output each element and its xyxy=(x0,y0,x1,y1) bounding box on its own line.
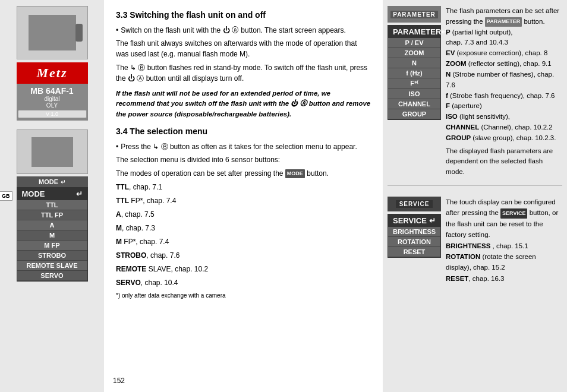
param-panel: PARAMETER PARAMETER ↵ P / EVZOOMNf (Hz)F… xyxy=(388,6,441,178)
param-text-item: N (Strobe number of flashes), chap. 7.6 xyxy=(446,69,562,91)
mode-list-item[interactable]: REMOTE SLAVE xyxy=(17,261,87,271)
mode-list-item[interactable]: M xyxy=(17,230,87,241)
param-text-item: GROUP (slave group), chap. 10.2.3. xyxy=(446,133,562,144)
mode-text-item: SERVO, chap. 10.4 xyxy=(116,277,371,288)
service-menu: SERVICE ↵ BRIGHTNESSROTATIONRESET xyxy=(388,214,441,258)
mode-arrow-icon: ↵ xyxy=(61,179,65,185)
section1-title: 3.3 Switching the flash unit on and off xyxy=(116,9,371,21)
left-panel: Metz MB 64AF-1 digital OLY V 1.0 GB MODE… xyxy=(0,0,104,392)
param-text-item: f (Strobe flash frequency), chap. 7.6 xyxy=(446,91,562,102)
italic-block: If the flash unit will not be used for a… xyxy=(116,88,371,119)
param-badge: PARAMETER xyxy=(485,17,522,27)
mode-button[interactable]: MODE ↵ xyxy=(17,176,88,187)
page-wrapper: Metz MB 64AF-1 digital OLY V 1.0 GB MODE… xyxy=(0,0,567,392)
service-text-item: ROTATION (rotate the screen display), ch… xyxy=(446,251,562,273)
mode-text-item: TTL, chap. 7.1 xyxy=(116,182,371,192)
mode-list-item[interactable]: STROBO xyxy=(17,251,87,261)
service-button-image[interactable]: SERVICE xyxy=(388,197,441,211)
service-intro: The touch display can be configured afte… xyxy=(446,197,562,241)
param-text-item: ISO (light sensitivity), xyxy=(446,112,562,122)
service-text-item: RESET, chap. 16.3 xyxy=(446,273,562,284)
mode-button-label: MODE xyxy=(39,178,58,185)
para2: The ↳ Ⓑ button flashes red in stand-by m… xyxy=(116,62,371,84)
param-footer: The displayed flash parameters are depen… xyxy=(446,146,562,178)
section1-body: • Switch on the flash unit with the ⏻ Ⓐ … xyxy=(116,25,371,84)
service-arrow-icon: ↵ xyxy=(429,216,436,225)
device-model: MB 64AF-1 xyxy=(18,86,87,96)
mode-list-item[interactable]: A xyxy=(17,220,87,230)
service-button-label: SERVICE xyxy=(396,200,433,208)
mode-text-item: REMOTE SLAVE, chap. 10.2 xyxy=(116,264,371,274)
page-number: 152 xyxy=(113,375,125,386)
param-list-item[interactable]: Fˢ⁽ xyxy=(388,78,440,89)
service-list-item[interactable]: ROTATION xyxy=(388,237,440,247)
mode-items-text: TTL, chap. 7.1TTL FP*, chap. 7.4A, chap.… xyxy=(116,182,371,288)
mode-text-item: M, chap. 7.3 xyxy=(116,223,371,233)
param-list-item[interactable]: P / EV xyxy=(388,38,440,48)
center-content: 3.3 Switching the flash unit on and off … xyxy=(104,0,383,392)
mode-panel-header: MODE ↵ xyxy=(17,188,87,200)
param-text-area: The flash parameters can be set after pr… xyxy=(446,6,562,178)
mode-text-item: STROBO, chap. 7.6 xyxy=(116,250,371,261)
mode-badge: MODE xyxy=(285,169,305,179)
param-list-item[interactable]: ISO xyxy=(388,89,440,99)
para4-text: The modes of operation can be set after … xyxy=(116,169,284,178)
metz-logo: Metz xyxy=(21,65,83,81)
service-list-item[interactable]: RESET xyxy=(388,247,440,257)
mode-items-list: TTLTTL FPAMM FPSTROBOREMOTE SLAVESERVO xyxy=(17,200,87,281)
param-text-item: EV (exposure correction), chap. 8 xyxy=(446,48,562,59)
mode-list-item[interactable]: SERVO xyxy=(17,271,87,281)
mode-list-item[interactable]: TTL xyxy=(17,200,87,210)
device-knob xyxy=(75,24,83,42)
device-type: digital xyxy=(18,96,87,102)
mode-text-item: TTL FP*, chap. 7.4 xyxy=(116,195,371,206)
service-items-text-list: BRIGHTNESS , chap. 15.1ROTATION (rotate … xyxy=(446,241,562,284)
bullet2-dot: • xyxy=(116,141,118,152)
device-screen-top xyxy=(29,15,76,50)
bullet2: • Press the ↳ Ⓑ button as often as it ta… xyxy=(116,141,371,152)
para1: The flash unit always switches on afterw… xyxy=(116,38,371,59)
device-oly: OLY xyxy=(18,102,87,109)
param-list-item[interactable]: f (Hz) xyxy=(388,68,440,78)
param-text-item: ZOOM (reflector setting), chap. 9.1 xyxy=(446,59,562,69)
service-list-item[interactable]: BRIGHTNESS xyxy=(388,227,440,237)
device-image-bottom xyxy=(17,129,88,174)
param-panel-title: PARAMETER xyxy=(393,27,441,36)
mode-text-item: M FP*, chap. 7.4 xyxy=(116,236,371,247)
gb-badge: GB xyxy=(0,191,12,201)
bullet1-text: Switch on the flash unit with the ⏻ Ⓐ bu… xyxy=(121,25,346,36)
section2: 3.4 The selection menu • Press the ↳ Ⓑ b… xyxy=(116,125,371,300)
service-text-item: BRIGHTNESS , chap. 15.1 xyxy=(446,241,562,251)
section2-body: • Press the ↳ Ⓑ button as often as it ta… xyxy=(116,141,371,300)
bullet1: • Switch on the flash unit with the ⏻ Ⓐ … xyxy=(116,25,371,36)
param-menu: PARAMETER ↵ P / EVZOOMNf (Hz)Fˢ⁽ISOCHANN… xyxy=(388,25,441,120)
section2-title: 3.4 The selection menu xyxy=(116,125,371,138)
device-screen-bottom xyxy=(32,137,73,167)
device-image-top xyxy=(17,6,88,59)
service-text-area: The touch display can be configured afte… xyxy=(446,197,562,284)
param-text-item: CHANNEL (Channel), chap. 10.2.2 xyxy=(446,122,562,133)
service-panel-header: SERVICE ↵ xyxy=(388,214,440,227)
param-list-item[interactable]: N xyxy=(388,58,440,68)
service-badge: SERVICE xyxy=(500,208,527,218)
service-items-list: BRIGHTNESSROTATIONRESET xyxy=(388,227,440,257)
param-items-list: P / EVZOOMNf (Hz)Fˢ⁽ISOCHANNELGROUP xyxy=(388,38,440,119)
service-section: SERVICE SERVICE ↵ BRIGHTNESSROTATIONRESE… xyxy=(388,197,562,284)
mode-panel: MODE ↵ TTLTTL FPAMM FPSTROBOREMOTE SLAVE… xyxy=(17,187,88,282)
param-list-item[interactable]: CHANNEL xyxy=(388,99,440,109)
mode-panel-title: MODE xyxy=(22,189,45,198)
footnote: *) only after data exchange with a camer… xyxy=(116,291,371,300)
mode-list-item[interactable]: M FP xyxy=(17,241,87,251)
divider xyxy=(388,185,562,186)
param-panel-header: PARAMETER ↵ xyxy=(388,26,440,38)
para4-end: button. xyxy=(307,169,329,178)
param-button-image[interactable]: PARAMETER xyxy=(388,6,441,23)
para4: The modes of operation can be set after … xyxy=(116,168,371,179)
mode-list-item[interactable]: TTL FP xyxy=(17,210,87,220)
param-list-item[interactable]: GROUP xyxy=(388,109,440,119)
param-list-item[interactable]: ZOOM xyxy=(388,48,440,58)
service-panel-title: SERVICE xyxy=(393,216,427,225)
metz-logo-box: Metz xyxy=(17,62,88,84)
right-panel: PARAMETER PARAMETER ↵ P / EVZOOMNf (Hz)F… xyxy=(383,0,567,392)
mode-panel-arrow: ↵ xyxy=(76,189,83,198)
